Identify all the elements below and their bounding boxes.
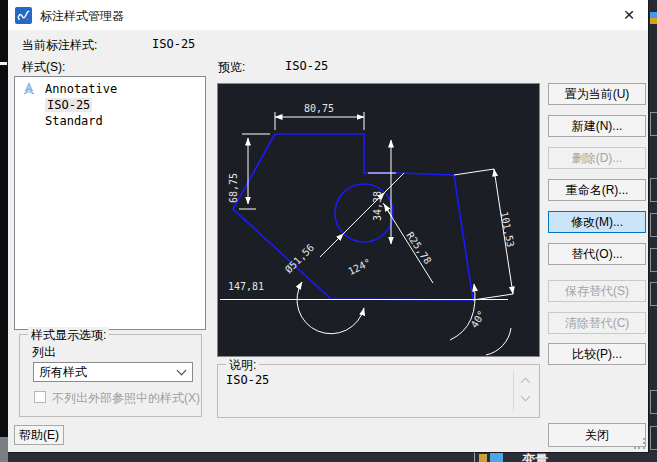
layer-icon [479,454,487,462]
app-right-edge [648,0,657,462]
close-icon[interactable]: × [612,2,646,28]
style-item-label: Annotative [45,82,117,96]
ruler-icon-bottom [650,18,657,24]
current-style-label: 当前标注样式: [22,37,97,54]
dim-label-angle2: 40° [469,309,488,330]
dim-label-left: 68,75 [228,173,239,203]
modify-button[interactable]: 修改(M)... [548,211,646,233]
xref-checkbox[interactable] [34,391,46,403]
preview-style-value: ISO-25 [285,59,328,73]
app-edge-widget [650,248,657,272]
style-display-options-label: 样式显示选项: [28,327,109,344]
description-text: ISO-25 [226,373,269,387]
app-edge-widget [650,390,657,414]
description-scrollbar[interactable] [513,371,535,411]
style-list[interactable]: Annotative ISO-25 Standard [14,76,206,330]
styles-label: 样式(S): [22,59,65,76]
bottom-bar-separator [474,452,475,462]
dim-label-angle: 124° [346,257,372,277]
style-list-item-iso25[interactable]: ISO-25 [15,97,205,113]
panel-icon [490,453,503,462]
compare-button[interactable]: 比较(P)... [548,343,646,365]
app-left-edge [0,0,8,462]
app-left-corner [0,437,8,462]
scroll-up-icon[interactable] [521,378,531,388]
dimension-style-manager-dialog: 标注样式管理器 × 当前标注样式: ISO-25 样式(S): 预览: ISO-… [8,0,648,452]
app-edge-widget [650,213,657,237]
rename-button[interactable]: 重命名(R)... [548,179,646,201]
app-left-marker [0,62,7,65]
xref-checkbox-label: 不列出外部参照中的样式(X) [52,390,200,407]
dim-label-bottom: 147,81 [228,281,264,292]
scroll-down-icon[interactable] [521,392,531,402]
window-title: 标注样式管理器 [40,8,124,25]
style-list-item-standard[interactable]: Standard [15,113,205,129]
description-group: 说明: ISO-25 [217,364,540,418]
bottom-bar-label: 变量 [522,451,548,462]
title-bar[interactable]: 标注样式管理器 × [8,0,648,30]
dim-label-right: 101,53 [499,211,517,249]
preview-label: 预览: [218,59,245,76]
style-item-label: ISO-25 [45,98,92,112]
style-item-label: Standard [45,114,103,128]
app-edge-widget [650,426,657,450]
list-label: 列出 [32,344,56,361]
resize-grip[interactable] [634,438,646,450]
annotative-icon [22,82,36,96]
chevron-down-icon [177,366,187,376]
dim-label-top: 80,75 [304,103,334,114]
dimension-style-icon [15,7,32,24]
current-style-value: ISO-25 [152,37,195,51]
style-filter-value: 所有样式 [39,365,87,379]
app-bottom-bar [8,452,657,462]
style-filter-dropdown[interactable]: 所有样式 [33,362,193,382]
app-edge-widget [650,282,657,306]
app-edge-widget [650,112,657,136]
clear-override-button: 清除替代(C) [548,312,646,334]
help-button[interactable]: 帮助(E) [14,425,64,445]
screen: 变量 标注样式管理器 × 当前标注样式: ISO-25 样式(S): 预览: I… [0,0,657,462]
description-label: 说明: [226,357,259,374]
dim-label-mid: 34,38 [372,191,383,221]
preview-panel: 80,75 68,75 34,38 101,53 Ø51,56 R25,78 1… [217,83,540,357]
app-edge-widget [650,178,657,202]
preview-drawing: 80,75 68,75 34,38 101,53 Ø51,56 R25,78 1… [218,84,539,356]
close-button[interactable]: 关闭 [548,423,646,447]
override-button[interactable]: 替代(O)... [548,243,646,265]
save-override-button: 保存替代(S) [548,280,646,302]
set-current-button[interactable]: 置为当前(U) [548,83,646,105]
delete-button: 删除(D)... [548,147,646,169]
style-list-item-annotative[interactable]: Annotative [15,81,205,97]
new-button[interactable]: 新建(N)... [548,115,646,137]
